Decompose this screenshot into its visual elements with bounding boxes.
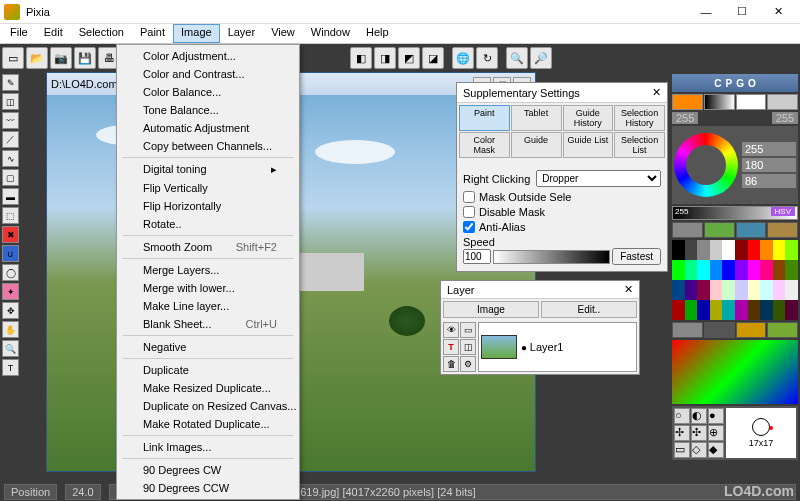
texture-b-icon[interactable] bbox=[704, 222, 735, 238]
layer-dialog-titlebar[interactable]: Layer ✕ bbox=[441, 281, 639, 299]
zoom-out-icon[interactable]: 🔎 bbox=[530, 47, 552, 69]
menu-item[interactable]: Rotate.. bbox=[119, 215, 297, 233]
layer-close-button[interactable]: ✕ bbox=[624, 283, 633, 296]
palette-swatch[interactable] bbox=[710, 300, 723, 320]
new-file-icon[interactable]: ▭ bbox=[2, 47, 24, 69]
palette-swatch[interactable] bbox=[785, 300, 798, 320]
menu-item[interactable]: Blank Sheet...Ctrl+U bbox=[119, 315, 297, 333]
layer-tool-text-icon[interactable]: T bbox=[443, 339, 459, 355]
palette-swatch[interactable] bbox=[748, 280, 761, 300]
supp-tab[interactable]: Guide History bbox=[563, 105, 614, 131]
palette-swatch[interactable] bbox=[697, 240, 710, 260]
palette-swatch[interactable] bbox=[773, 280, 786, 300]
panel-header-letter[interactable]: C bbox=[714, 78, 721, 89]
right-click-select[interactable]: Dropper bbox=[536, 170, 661, 187]
magnet-tool-icon[interactable]: ∪ bbox=[2, 245, 19, 262]
mode-a-icon[interactable] bbox=[736, 94, 767, 110]
brush-opt-8-icon[interactable]: ◇ bbox=[691, 442, 707, 458]
pattern-d-icon[interactable] bbox=[767, 322, 798, 338]
supp-tab[interactable]: Color Mask bbox=[459, 132, 510, 158]
menu-item[interactable]: Make Resized Duplicate... bbox=[119, 379, 297, 397]
panel-header-letter[interactable]: O bbox=[748, 78, 756, 89]
tool-d-icon[interactable]: ◪ bbox=[422, 47, 444, 69]
pattern-a-icon[interactable] bbox=[672, 322, 703, 338]
palette-swatch[interactable] bbox=[748, 240, 761, 260]
supp-close-button[interactable]: ✕ bbox=[652, 86, 661, 99]
rgb-picker[interactable] bbox=[672, 340, 798, 404]
palette-swatch[interactable] bbox=[722, 240, 735, 260]
palette-swatch[interactable] bbox=[735, 300, 748, 320]
texture-d-icon[interactable] bbox=[767, 222, 798, 238]
menu-view[interactable]: View bbox=[263, 24, 303, 43]
menu-item[interactable]: Link Images... bbox=[119, 438, 297, 456]
layer-tool-dup-icon[interactable]: ◫ bbox=[460, 339, 476, 355]
menu-item[interactable]: 90 Degrees CCW bbox=[119, 479, 297, 497]
pattern-b-icon[interactable] bbox=[704, 322, 735, 338]
brush-opt-6-icon[interactable]: ⊕ bbox=[708, 425, 724, 441]
palette-swatch[interactable] bbox=[735, 260, 748, 280]
pencil-tool-icon[interactable]: ✎ bbox=[2, 74, 19, 91]
supp-tab[interactable]: Selection History bbox=[614, 105, 665, 131]
supp-checkbox[interactable] bbox=[463, 191, 475, 203]
tool-b-icon[interactable]: ◨ bbox=[374, 47, 396, 69]
palette-swatch[interactable] bbox=[672, 260, 685, 280]
palette-swatch[interactable] bbox=[785, 240, 798, 260]
brush-opt-9-icon[interactable]: ◆ bbox=[708, 442, 724, 458]
eraser-tool-icon[interactable]: ◫ bbox=[2, 93, 19, 110]
palette-swatch[interactable] bbox=[685, 260, 698, 280]
camera-icon[interactable]: 📷 bbox=[50, 47, 72, 69]
layer-tool-eye-icon[interactable]: 👁 bbox=[443, 322, 459, 338]
menu-item[interactable]: Flip Horizontally bbox=[119, 197, 297, 215]
layer-tool-new-icon[interactable]: ▭ bbox=[460, 322, 476, 338]
close-button[interactable]: ✕ bbox=[760, 2, 796, 22]
gradient-icon[interactable] bbox=[704, 94, 735, 110]
menu-selection[interactable]: Selection bbox=[71, 24, 132, 43]
menu-item[interactable]: Flip Vertically bbox=[119, 179, 297, 197]
menu-item[interactable]: Merge with lower... bbox=[119, 279, 297, 297]
layer-list[interactable]: ● Layer1 bbox=[478, 322, 637, 372]
palette-swatch[interactable] bbox=[760, 240, 773, 260]
supp-tab[interactable]: Guide bbox=[511, 132, 562, 158]
swatch-icon[interactable] bbox=[672, 94, 703, 110]
menu-item[interactable]: Tone Balance... bbox=[119, 101, 297, 119]
curve-tool-icon[interactable]: ∿ bbox=[2, 150, 19, 167]
brush-opt-1-icon[interactable]: ○ bbox=[674, 408, 690, 424]
brush-opt-4-icon[interactable]: ✢ bbox=[674, 425, 690, 441]
layer-tool-opt-icon[interactable]: ⚙ bbox=[460, 356, 476, 372]
open-file-icon[interactable]: 📂 bbox=[26, 47, 48, 69]
palette-swatch[interactable] bbox=[710, 240, 723, 260]
palette-swatch[interactable] bbox=[735, 240, 748, 260]
texture-a-icon[interactable] bbox=[672, 222, 703, 238]
palette-swatch[interactable] bbox=[697, 280, 710, 300]
color-wheel[interactable] bbox=[674, 133, 738, 197]
menu-paint[interactable]: Paint bbox=[132, 24, 173, 43]
brush-opt-7-icon[interactable]: ▭ bbox=[674, 442, 690, 458]
menu-item[interactable]: Color and Contrast... bbox=[119, 65, 297, 83]
speed-slider[interactable] bbox=[493, 250, 610, 264]
menu-window[interactable]: Window bbox=[303, 24, 358, 43]
layer-thumbnail[interactable] bbox=[481, 335, 517, 359]
line-tool-icon[interactable]: ／ bbox=[2, 131, 19, 148]
palette-swatch[interactable] bbox=[722, 280, 735, 300]
menu-edit[interactable]: Edit bbox=[36, 24, 71, 43]
supp-checkbox[interactable] bbox=[463, 206, 475, 218]
palette-swatch[interactable] bbox=[760, 280, 773, 300]
text-tool-icon[interactable]: T bbox=[2, 359, 19, 376]
fill-tool-icon[interactable]: ▬ bbox=[2, 188, 19, 205]
tool-a-icon[interactable]: ◧ bbox=[350, 47, 372, 69]
palette-swatch[interactable] bbox=[760, 260, 773, 280]
shape-tool-icon[interactable]: ▢ bbox=[2, 169, 19, 186]
palette-swatch[interactable] bbox=[785, 260, 798, 280]
speed-input[interactable] bbox=[463, 249, 491, 264]
brush-opt-2-icon[interactable]: ◐ bbox=[691, 408, 707, 424]
mode-b-icon[interactable] bbox=[767, 94, 798, 110]
red-tool-icon[interactable]: ✖ bbox=[2, 226, 19, 243]
palette-swatch[interactable] bbox=[748, 300, 761, 320]
palette-swatch[interactable] bbox=[710, 280, 723, 300]
brush-opt-5-icon[interactable]: ✣ bbox=[691, 425, 707, 441]
layer-tool-del-icon[interactable]: 🗑 bbox=[443, 356, 459, 372]
palette-swatch[interactable] bbox=[697, 260, 710, 280]
menu-help[interactable]: Help bbox=[358, 24, 397, 43]
palette-swatch[interactable] bbox=[710, 260, 723, 280]
palette-swatch[interactable] bbox=[672, 240, 685, 260]
